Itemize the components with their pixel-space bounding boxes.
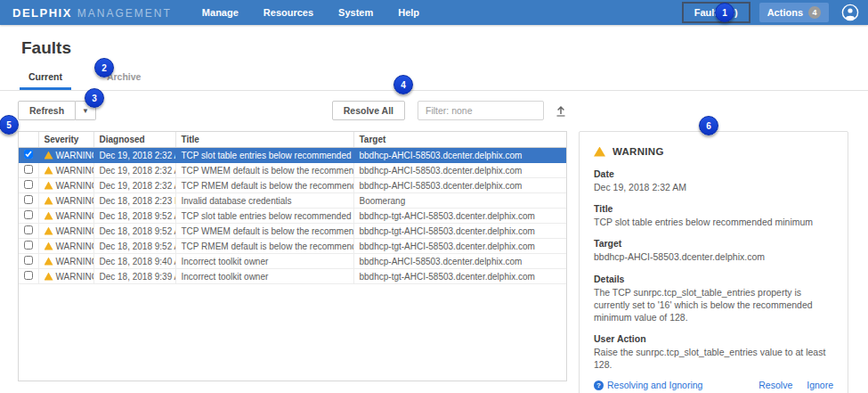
target-value: bbdhcp-AHCI-58503.dcenter.delphix.com bbox=[594, 250, 833, 263]
row-checkbox[interactable] bbox=[24, 165, 33, 174]
tab-bar: Current Archive bbox=[0, 71, 868, 91]
resolve-all-button[interactable]: Resolve All bbox=[332, 101, 405, 120]
warning-icon bbox=[594, 147, 605, 157]
detail-target-section: Target bbdhcp-AHCI-58503.dcenter.delphix… bbox=[594, 238, 833, 263]
cell-diagnosed: Dec 19, 2018 2:32 AM bbox=[93, 178, 175, 193]
cell-title: TCP WMEM default is below the recommende… bbox=[175, 224, 353, 239]
cell-target: bbdhcp-AHCI-58503.dcenter.delphix.com bbox=[353, 163, 566, 178]
annotation-badge-3: 3 bbox=[85, 88, 104, 108]
title-value: TCP slot table entries below recommended… bbox=[594, 216, 833, 228]
actions-button[interactable]: Actions 4 bbox=[759, 3, 829, 22]
ignore-link[interactable]: Ignore bbox=[807, 380, 833, 390]
cell-diagnosed: Dec 18, 2018 9:52 AM bbox=[93, 239, 175, 254]
nav-item-resources[interactable]: Resources bbox=[264, 7, 313, 18]
actions-count-badge: 4 bbox=[808, 6, 821, 19]
filter-input[interactable] bbox=[418, 101, 544, 120]
nav-item-help[interactable]: Help bbox=[398, 7, 419, 18]
warning-icon bbox=[45, 197, 53, 205]
column-title[interactable]: Title bbox=[175, 132, 353, 148]
annotation-badge-4: 4 bbox=[393, 75, 413, 94]
table-row[interactable]: WARNINGDec 18, 2018 9:52 AMTCP WMEM defa… bbox=[19, 224, 566, 239]
fault-detail-panel: WARNING Date Dec 19, 2018 2:32 AM Title … bbox=[579, 131, 848, 393]
detail-header: WARNING bbox=[594, 146, 833, 157]
delphix-logo: DELPHIX MANAGEMENT bbox=[12, 6, 172, 20]
column-target[interactable]: Target bbox=[353, 132, 566, 148]
row-checkbox[interactable] bbox=[24, 241, 33, 250]
table-row[interactable]: WARNINGDec 18, 2018 9:40 AMIncorrect too… bbox=[19, 254, 566, 269]
warning-icon bbox=[45, 212, 53, 220]
cell-diagnosed: Dec 19, 2018 2:32 AM bbox=[93, 148, 175, 163]
column-severity[interactable]: Severity bbox=[38, 132, 93, 148]
header-checkbox-cell bbox=[19, 132, 38, 148]
chevron-down-icon: ▼ bbox=[82, 107, 89, 115]
annotation-badge-6: 6 bbox=[699, 116, 718, 135]
cell-target: bbdhcp-AHCI-58503.dcenter.delphix.com bbox=[353, 148, 566, 163]
warning-icon bbox=[45, 151, 53, 160]
row-checkbox[interactable] bbox=[24, 271, 33, 280]
column-diagnosed[interactable]: Diagnosed bbox=[93, 132, 175, 148]
cell-title: TCP RMEM default is below the recommende… bbox=[175, 239, 353, 254]
fault-table-body: WARNINGDec 19, 2018 2:32 AMTCP slot tabl… bbox=[19, 148, 566, 284]
detail-actions: Resolve Ignore bbox=[758, 380, 833, 390]
row-checkbox[interactable] bbox=[24, 225, 33, 234]
cell-title: TCP slot table entries below recommended… bbox=[175, 148, 353, 163]
cell-target: Boomerang bbox=[353, 193, 566, 209]
cell-target: bbdhcp-tgt-AHCI-58503.dcenter.delphix.co… bbox=[353, 209, 566, 224]
warning-icon bbox=[45, 258, 53, 266]
actions-button-label: Actions bbox=[767, 7, 803, 18]
warning-icon bbox=[45, 242, 53, 250]
main-content: Severity Diagnosed Title Target WARNINGD… bbox=[18, 131, 868, 393]
user-profile-icon[interactable] bbox=[841, 4, 859, 21]
detail-details-section: Details The TCP sunrpc.tcp_slot_table_en… bbox=[594, 274, 833, 324]
help-icon: ? bbox=[594, 381, 604, 390]
refresh-split-button: Refresh ▼ bbox=[18, 101, 96, 120]
cell-title: TCP RMEM default is below the recommende… bbox=[175, 178, 353, 193]
row-checkbox[interactable] bbox=[24, 210, 33, 219]
user-action-value: Raise the sunrpc.tcp_slot_table_entries … bbox=[594, 346, 833, 371]
export-icon[interactable] bbox=[555, 104, 567, 118]
nav-right: Faults (9) Actions 4 bbox=[682, 2, 859, 23]
details-value: The TCP sunrpc.tcp_slot_table_entries pr… bbox=[594, 286, 833, 324]
top-nav: DELPHIX MANAGEMENT Manage Resources Syst… bbox=[0, 0, 868, 25]
annotation-badge-5: 5 bbox=[0, 115, 19, 135]
logo-secondary: MANAGEMENT bbox=[77, 7, 172, 20]
date-label: Date bbox=[594, 168, 833, 179]
row-checkbox[interactable] bbox=[24, 195, 33, 204]
cell-diagnosed: Dec 18, 2018 9:40 AM bbox=[93, 254, 175, 269]
cell-target: bbdhcp-tgt-AHCI-58503.dcenter.delphix.co… bbox=[353, 224, 566, 239]
row-checkbox[interactable] bbox=[24, 180, 33, 189]
detail-user-action-section: User Action Raise the sunrpc.tcp_slot_ta… bbox=[594, 333, 833, 371]
table-header-row: Severity Diagnosed Title Target bbox=[19, 132, 566, 148]
table-row[interactable]: WARNINGDec 18, 2018 2:23 PMInvalid datab… bbox=[19, 193, 566, 209]
nav-item-system[interactable]: System bbox=[338, 7, 373, 18]
refresh-button[interactable]: Refresh bbox=[18, 101, 76, 120]
table-row[interactable]: WARNINGDec 18, 2018 9:39 AMIncorrect too… bbox=[19, 269, 566, 284]
tab-current[interactable]: Current bbox=[20, 71, 71, 90]
cell-diagnosed: Dec 18, 2018 9:52 AM bbox=[93, 224, 175, 239]
cell-title: TCP WMEM default is below the recommende… bbox=[175, 163, 353, 178]
cell-diagnosed: Dec 18, 2018 9:52 AM bbox=[93, 209, 175, 224]
warning-icon bbox=[45, 273, 53, 281]
faults-table: Severity Diagnosed Title Target WARNINGD… bbox=[18, 131, 567, 381]
table-row[interactable]: WARNINGDec 18, 2018 9:52 AMTCP slot tabl… bbox=[19, 209, 566, 224]
table-row[interactable]: WARNINGDec 19, 2018 2:32 AMTCP WMEM defa… bbox=[19, 163, 566, 178]
title-label: Title bbox=[594, 203, 833, 214]
cell-target: bbdhcp-tgt-AHCI-58503.dcenter.delphix.co… bbox=[353, 239, 566, 254]
annotation-badge-1: 1 bbox=[715, 3, 734, 22]
table-row[interactable]: WARNINGDec 18, 2018 9:52 AMTCP RMEM defa… bbox=[19, 239, 566, 254]
cell-target: bbdhcp-AHCI-58503.dcenter.delphix.com bbox=[353, 178, 566, 193]
cell-diagnosed: Dec 19, 2018 2:32 AM bbox=[93, 163, 175, 178]
nav-item-manage[interactable]: Manage bbox=[202, 7, 239, 18]
cell-target: bbdhcp-tgt-AHCI-58503.dcenter.delphix.co… bbox=[353, 269, 566, 284]
resolving-and-ignoring-link[interactable]: ? Resolving and Ignoring bbox=[594, 380, 702, 390]
detail-severity: WARNING bbox=[612, 146, 664, 157]
logo-primary: DELPHIX bbox=[12, 6, 72, 20]
resolve-link[interactable]: Resolve bbox=[758, 380, 792, 390]
cell-title: Invalid database credentials bbox=[175, 193, 353, 209]
row-checkbox[interactable] bbox=[24, 150, 33, 159]
row-checkbox[interactable] bbox=[24, 256, 33, 265]
user-action-label: User Action bbox=[594, 333, 833, 344]
table-row[interactable]: WARNINGDec 19, 2018 2:32 AMTCP RMEM defa… bbox=[19, 178, 566, 193]
page-title: Faults bbox=[21, 38, 868, 58]
table-row[interactable]: WARNINGDec 19, 2018 2:32 AMTCP slot tabl… bbox=[19, 148, 566, 163]
